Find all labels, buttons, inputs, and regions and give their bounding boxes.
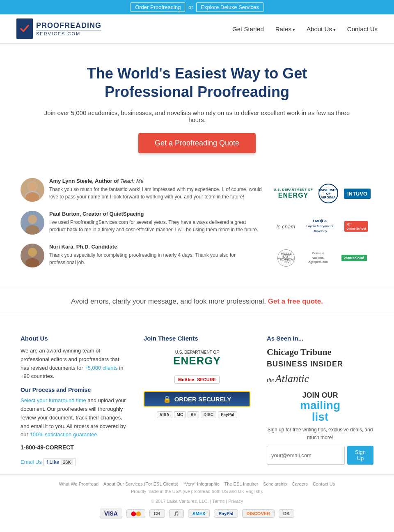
testimonial-author-1: Amy Lynn Steele, Author of Teach Me (49, 178, 263, 184)
mcafee-badge: McAfee SECURE (174, 375, 220, 384)
testimonial-author-2: Paul Burton, Creator of QuietSpacing (49, 211, 263, 217)
footer-clients-title: Join These Clients (144, 335, 250, 342)
footer-guarantee-link[interactable]: 100% satisfaction guarantee. (30, 431, 98, 438)
lock-icon: 🔒 (163, 395, 171, 403)
avatar-3 (21, 244, 44, 267)
footer-link-scholarship[interactable]: Scholarship (263, 481, 286, 486)
mailing-list-text: list (267, 411, 373, 423)
footer-link-inquirer[interactable]: The ESL Inquirer (224, 481, 259, 486)
lmu-logo: LMU|LALoyola MarymountUniversity (306, 219, 333, 233)
footer-link-contact[interactable]: Contact Us (313, 481, 335, 486)
mailing-title-text: mailing (267, 400, 373, 411)
footer-section: About Us We are an award-winning team of… (12, 318, 382, 474)
svg-point-6 (28, 215, 37, 224)
avatar-1 (21, 178, 44, 202)
testimonial-quote-1: Thank you so much for the fantastic work… (49, 186, 263, 200)
hero-subtext: Join over 5,000 academics, businesses, a… (41, 109, 353, 123)
footer-process-text: Select your turnaround time and upload y… (21, 396, 127, 439)
testimonial-quote-3: Thank you especially for completing proo… (49, 251, 263, 266)
signup-button[interactable]: Sign Up (347, 446, 373, 465)
avatar-2 (21, 211, 44, 235)
footer-link-esl[interactable]: About Our Services (For ESL Clients) (103, 481, 178, 486)
footer-turnaround-link[interactable]: Select your turnaround time (21, 397, 86, 403)
footer-link-infographic[interactable]: *Very* Infographic (183, 481, 219, 486)
testimonial-text-2: Paul Burton, Creator of QuietSpacing I'v… (49, 211, 263, 233)
nav-get-started[interactable]: Get Started (232, 25, 264, 32)
fb-icon: f Like (46, 459, 59, 465)
client-logos: U.S. DEPARTMENT OF ENERGY UNIVERSITYOFVI… (271, 178, 373, 276)
bottom-visa: VISA (100, 509, 122, 518)
bottom-discover: DISCOVER (242, 509, 275, 518)
logo-row-1: U.S. DEPARTMENT OF ENERGY UNIVERSITYOFVI… (271, 184, 373, 203)
secure-order-section: McAfee SECURE 🔒 ORDER SECURELY VISA MC A… (144, 375, 250, 418)
testimonial-text-3: Nuri Kara, Ph.D. Candidate Thank you esp… (49, 244, 263, 266)
payment-disc: DISC (201, 411, 216, 418)
mailing-list-box: JOIN OUR mailing list Sign up for free w… (267, 392, 373, 465)
bottom-payment-logos: VISA ⬤⬤ CB 🎵 AMEX PayPal DISCOVER DK (8, 509, 386, 518)
testimonial-1: Amy Lynn Steele, Author of Teach Me Than… (21, 178, 263, 202)
quote-strip-text: Avoid errors, clarify your message, and … (71, 297, 266, 305)
payment-visa: VISA (157, 411, 172, 418)
footer-about-title: About Us (21, 335, 127, 342)
cta-quote-button[interactable]: Get a Proofreading Quote (138, 133, 256, 153)
the-atlantic-logo: the Atlantic (267, 373, 373, 385)
svg-point-3 (28, 182, 37, 191)
payment-paypal: PayPal (218, 411, 237, 418)
footer-link-careers[interactable]: Careers (292, 481, 308, 486)
lecnam-logo: le cnam (277, 223, 296, 230)
testimonials: Amy Lynn Steele, Author of Teach Me Than… (21, 178, 263, 276)
testimonial-2: Paul Burton, Creator of QuietSpacing I'v… (21, 211, 263, 235)
social-proof-section: Amy Lynn Steele, Author of Teach Me Than… (12, 178, 382, 276)
fb-like-button[interactable]: f Like 26K (44, 458, 76, 466)
footer-media-title: As Seen In... (267, 335, 373, 342)
k12-logo: K¹²Online School (344, 221, 368, 232)
copyright-text: Proudly made in the USA (we proofread bo… (8, 489, 386, 494)
footer-clients-link[interactable]: +5,000 clients (85, 365, 118, 371)
mailing-sub-text: Sign up for free writing tips, exclusive… (267, 426, 373, 442)
logo[interactable]: PROOFREADING SERVICES.COM (16, 18, 101, 39)
testimonial-quote-2: I've used ProofreadingServices.com for s… (49, 219, 263, 233)
nav-contact-us[interactable]: Contact Us (347, 25, 378, 32)
bottom-amex: AMEX (188, 509, 210, 518)
footer-link-proofread[interactable]: What We Proofread (59, 481, 98, 486)
logo-top: PROOFREADING (36, 21, 101, 30)
footer-media-col: As Seen In... Chicago Tribune BUSINESS I… (267, 335, 373, 466)
uva-logo: UNIVERSITYOFVIRGINIA (318, 184, 338, 203)
explore-deluxe-link[interactable]: Explore Deluxe Services (196, 2, 263, 12)
bottom-maestro: 🎵 (169, 509, 184, 518)
footer-process-title: Our Process and Promise (21, 387, 127, 393)
logo-text: PROOFREADING SERVICES.COM (36, 21, 101, 36)
chicago-tribune-logo: Chicago Tribune (267, 347, 373, 357)
logo-row-3: MIDDLEEASTTECHNICALUNIV. ConsejoNacional… (271, 249, 373, 267)
nav-about-us[interactable]: About Us (307, 25, 336, 32)
fb-count: 26K (61, 459, 73, 465)
footer-bottom-links: What We Proofread About Our Services (Fo… (8, 481, 386, 486)
payment-icons: VISA MC AE DISC PayPal (144, 411, 250, 418)
order-proofreading-link[interactable]: Order Proofreading (131, 2, 185, 12)
footer-clients-col: Join These Clients U.S. DEPARTMENT OF EN… (144, 335, 250, 466)
or-text: or (188, 4, 193, 10)
payment-mc: MC (174, 411, 186, 418)
intuvo-logo: INTUVO (344, 189, 371, 199)
email-signup-input[interactable] (267, 446, 345, 465)
venuscloud-logo: venuscloud (341, 255, 367, 261)
navbar: PROOFREADING SERVICES.COM Get Started Ra… (0, 14, 394, 44)
logo-row-2: le cnam LMU|LALoyola MarymountUniversity… (271, 219, 373, 233)
testimonial-author-3: Nuri Kara, Ph.D. Candidate (49, 244, 263, 250)
nav-links: Get Started Rates About Us Contact Us (232, 25, 378, 32)
payment-ae: AE (188, 411, 199, 418)
logo-icon (16, 18, 33, 39)
top-banner: Order Proofreading or Explore Deluxe Ser… (0, 0, 394, 14)
quote-strip-link[interactable]: Get a free quote. (268, 297, 323, 305)
hero-heading: The World's Easiest Way to Get Professio… (41, 64, 353, 101)
quote-strip: Avoid errors, clarify your message, and … (0, 289, 394, 314)
nav-rates[interactable]: Rates (275, 25, 295, 32)
order-securely-label: ORDER SECURELY (174, 396, 231, 403)
testimonial-text-1: Amy Lynn Steele, Author of Teach Me Than… (49, 178, 263, 200)
order-securely-button[interactable]: 🔒 ORDER SECURELY (144, 391, 250, 407)
logo-bottom: SERVICES.COM (36, 30, 101, 36)
hero-section: The World's Easiest Way to Get Professio… (33, 44, 361, 166)
footer-email-link[interactable]: Email Us (21, 459, 42, 465)
mailing-join-text: JOIN OUR (267, 392, 373, 400)
svg-point-9 (28, 248, 37, 257)
